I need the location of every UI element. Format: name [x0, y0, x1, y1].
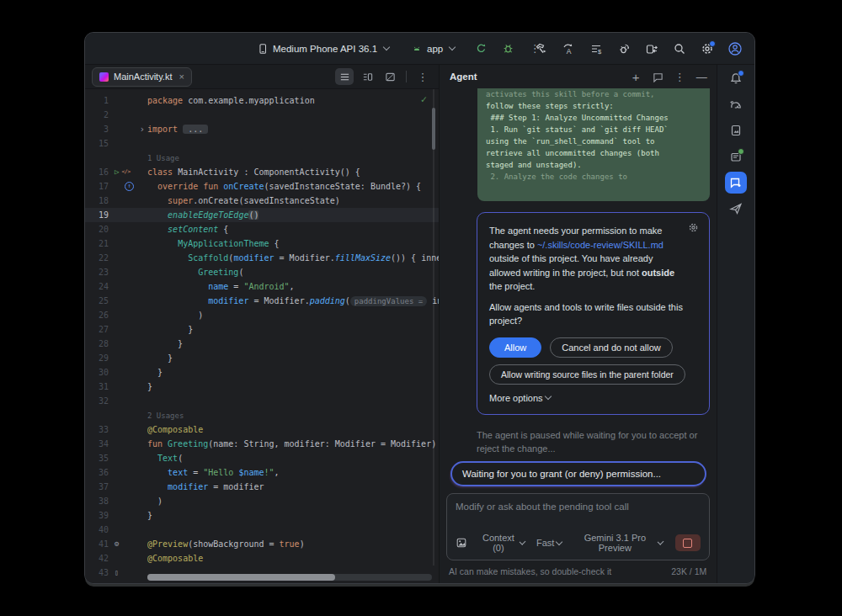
- code-line[interactable]: 26 ): [85, 308, 439, 322]
- run-gutter-icon[interactable]: ▷: [115, 165, 119, 179]
- code-line[interactable]: 23 Greeting(: [85, 265, 439, 279]
- code-view-button[interactable]: [335, 68, 354, 85]
- gradle-button[interactable]: [725, 93, 747, 115]
- device-selector-label: Medium Phone API 36.1: [273, 44, 377, 54]
- code-line[interactable]: 24 name = "Android",: [85, 279, 439, 294]
- code-line[interactable]: 28 }: [85, 337, 439, 351]
- code-line[interactable]: 3›import ...: [85, 122, 439, 136]
- editor-options-button[interactable]: ⋮: [413, 68, 432, 85]
- gear-gutter-icon[interactable]: ⚙: [115, 537, 119, 551]
- build-run-button[interactable]: [530, 38, 552, 60]
- composer-input[interactable]: Modify or ask about the pending tool cal…: [456, 502, 701, 512]
- allow-button[interactable]: Allow: [489, 337, 541, 358]
- notifications-button[interactable]: [725, 67, 747, 89]
- design-view-button[interactable]: [381, 68, 399, 85]
- device-manager-button[interactable]: [725, 119, 747, 141]
- code-line[interactable]: 25 modifier = Modifier.padding(paddingVa…: [85, 294, 439, 308]
- release-assistant-button[interactable]: [725, 198, 747, 220]
- code-line[interactable]: 42@Composable: [85, 551, 439, 566]
- code-line[interactable]: 15: [85, 136, 439, 151]
- line-number: 24: [85, 279, 109, 294]
- attach-image-button[interactable]: [456, 537, 467, 549]
- kebab-icon: ⋮: [418, 72, 429, 82]
- task-list-icon: $: [589, 42, 603, 56]
- code-assist-button[interactable]: A: [557, 38, 579, 60]
- code-line[interactable]: 39}: [85, 508, 439, 523]
- skill-instructions-block: activates this skill before a commit,fol…: [477, 88, 710, 201]
- editor-vscroll-track[interactable]: [433, 89, 434, 566]
- speed-selector[interactable]: Fast: [536, 538, 562, 548]
- cancel-button[interactable]: Cancel and do not allow: [550, 337, 672, 358]
- model-selector[interactable]: Gemini 3.1 Pro Preview: [573, 533, 663, 553]
- composer[interactable]: Modify or ask about the pending tool cal…: [446, 493, 710, 560]
- code-line[interactable]: 16▷</>class MainActivity : ComponentActi…: [85, 165, 439, 179]
- main-toolbar: Medium Phone API 36.1 app: [85, 33, 754, 65]
- run-config-label: app: [427, 44, 443, 54]
- code-line[interactable]: 31}: [85, 380, 439, 394]
- code-line[interactable]: 29 }: [85, 351, 439, 365]
- code-line[interactable]: 32: [85, 394, 439, 408]
- running-devices-button[interactable]: [725, 146, 747, 167]
- hide-panel-button[interactable]: —: [695, 70, 708, 83]
- skill-text-line: 2. Analyze the code changes to: [486, 171, 701, 183]
- agent-chat-area[interactable]: activates this skill before a commit,fol…: [440, 88, 717, 456]
- run-config-selector[interactable]: app: [406, 40, 460, 57]
- device-streaming-button[interactable]: [641, 38, 663, 60]
- override-gutter-icon[interactable]: ↑: [125, 182, 134, 191]
- rerun-button[interactable]: [470, 38, 492, 60]
- code-line[interactable]: 18 super.onCreate(savedInstanceState): [85, 194, 439, 208]
- split-view-icon: [362, 72, 373, 82]
- skill-file-link[interactable]: ~/.skills/code-review/SKILL.md: [537, 240, 663, 250]
- device-selector[interactable]: Medium Phone API 36.1: [252, 40, 394, 58]
- code-line[interactable]: 27 }: [85, 322, 439, 337]
- code-line[interactable]: 35 Text(: [85, 451, 439, 465]
- split-view-button[interactable]: [358, 68, 376, 85]
- task-list-button[interactable]: $: [585, 38, 607, 60]
- profiler-button[interactable]: [613, 38, 635, 60]
- code-line[interactable]: 38 ): [85, 494, 439, 508]
- line-number: 27: [85, 322, 109, 337]
- permission-settings-icon[interactable]: [688, 222, 699, 233]
- agent-options-button[interactable]: ⋮: [673, 70, 686, 83]
- code-line[interactable]: 2 Usages: [85, 408, 439, 422]
- line-number: 16: [85, 165, 109, 179]
- code-line[interactable]: 22 Scaffold(modifier = Modifier.fillMaxS…: [85, 251, 439, 265]
- code-line[interactable]: 21 MyApplicationTheme {: [85, 236, 439, 251]
- allow-parent-folder-button[interactable]: Allow writing source files in the parent…: [489, 364, 685, 385]
- code-editor[interactable]: 1package com.example.myapplication23›imp…: [85, 89, 439, 584]
- editor-vscroll-thumb[interactable]: [432, 108, 435, 150]
- chat-history-button[interactable]: [651, 70, 664, 83]
- debug-button[interactable]: [497, 38, 519, 60]
- code-line[interactable]: 33@Composable: [85, 422, 439, 437]
- settings-button[interactable]: [696, 38, 718, 60]
- code-line[interactable]: 34fun Greeting(name: String, modifier: M…: [85, 437, 439, 451]
- editor-hscroll-thumb[interactable]: [147, 574, 335, 581]
- tab-mainactivity[interactable]: MainActivity.kt ×: [92, 67, 192, 87]
- code-line[interactable]: 40: [85, 523, 439, 537]
- code-line[interactable]: 1 Usage: [85, 151, 439, 165]
- markup-gutter-icon[interactable]: </>: [121, 165, 130, 179]
- code-line[interactable]: 37 modifier = modifier: [85, 480, 439, 494]
- search-button[interactable]: [669, 38, 690, 60]
- inspections-ok-icon[interactable]: ✓: [421, 93, 427, 105]
- agent-panel-header: Agent + ⋮ —: [440, 65, 717, 88]
- code-line[interactable]: 36 text = "Hello $name!",: [85, 465, 439, 480]
- code-line[interactable]: 2: [85, 108, 439, 122]
- new-chat-button[interactable]: +: [629, 70, 642, 83]
- editor-hscroll-track[interactable]: [147, 574, 432, 581]
- fold-gutter-icon[interactable]: ›: [139, 122, 145, 136]
- stop-button[interactable]: [675, 534, 701, 551]
- code-line[interactable]: 17↑ override fun onCreate(savedInstanceS…: [85, 179, 439, 194]
- tab-close-icon[interactable]: ×: [179, 72, 184, 82]
- code-line[interactable]: 41⚙@Preview(showBackground = true): [85, 537, 439, 551]
- code-line[interactable]: 1package com.example.myapplication: [85, 93, 439, 108]
- gemini-agent-button[interactable]: [725, 172, 747, 194]
- more-options-button[interactable]: More options: [489, 393, 551, 403]
- device-gutter-icon[interactable]: ▯: [115, 566, 119, 580]
- code-line[interactable]: 20 setContent {: [85, 222, 439, 236]
- permission-card: The agent needs your permission to make …: [477, 212, 710, 415]
- code-line[interactable]: 30 }: [85, 365, 439, 380]
- context-selector[interactable]: Context (0): [479, 533, 525, 553]
- code-line[interactable]: 19 enableEdgeToEdge(): [85, 208, 439, 222]
- profile-button[interactable]: [724, 38, 746, 60]
